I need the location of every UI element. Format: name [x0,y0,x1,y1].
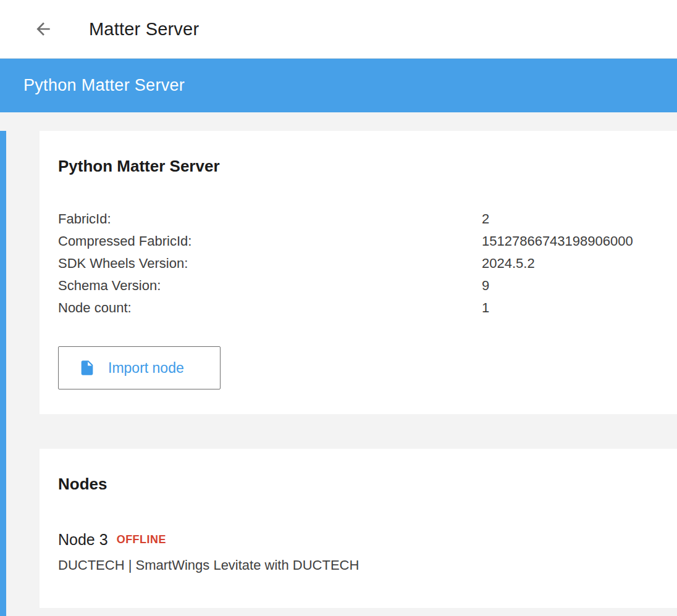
node-title-row: Node 3 OFFLINE [58,531,658,549]
nodes-card-title: Nodes [58,475,658,494]
page-content: Python Matter Server FabricId: 2 Compres… [0,131,677,616]
info-value: 15127866743198906000 [482,233,633,249]
info-label: FabricId: [58,211,482,227]
info-row-compressed-fabric-id: Compressed FabricId: 1512786674319890600… [58,230,658,252]
section-header-title: Python Matter Server [23,76,185,95]
top-app-bar: Matter Server [0,0,677,59]
info-value: 9 [482,278,489,294]
server-info-rows: FabricId: 2 Compressed FabricId: 1512786… [58,208,658,319]
info-row-node-count: Node count: 1 [58,297,658,319]
info-value: 2024.5.2 [482,256,535,272]
nodes-card: Nodes Node 3 OFFLINE DUCTECH | SmartWing… [40,449,677,608]
info-value: 1 [482,300,489,316]
left-accent-strip [0,131,6,616]
server-card-title: Python Matter Server [58,157,658,176]
info-row-schema-version: Schema Version: 9 [58,275,658,297]
import-node-button[interactable]: Import node [58,346,221,389]
file-document-icon [78,359,96,377]
info-row-fabric-id: FabricId: 2 [58,208,658,230]
node-status-badge: OFFLINE [117,533,167,546]
info-label: Schema Version: [58,278,482,294]
info-label: Node count: [58,300,482,316]
info-row-sdk-wheels-version: SDK Wheels Version: 2024.5.2 [58,252,658,275]
node-list-item[interactable]: Node 3 OFFLINE DUCTECH | SmartWings Levi… [58,531,658,573]
back-button[interactable] [31,17,56,41]
section-header: Python Matter Server [0,59,677,112]
server-info-card: Python Matter Server FabricId: 2 Compres… [40,131,677,414]
page-title: Matter Server [89,19,199,40]
node-name: Node 3 [58,531,108,549]
info-value: 2 [482,211,489,227]
import-node-label: Import node [108,360,184,377]
info-label: SDK Wheels Version: [58,256,482,272]
node-description: DUCTECH | SmartWings Levitate with DUCTE… [58,557,658,573]
info-label: Compressed FabricId: [58,233,482,249]
arrow-left-icon [33,19,53,39]
